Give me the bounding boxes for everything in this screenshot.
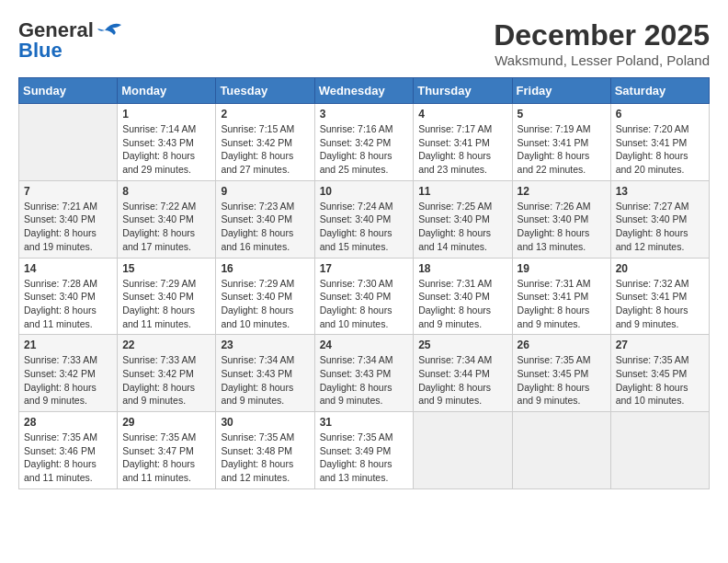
- day-info-line: Sunrise: 7:34 AM: [418, 354, 492, 365]
- day-info-line: Daylight: 8 hours: [24, 304, 97, 316]
- header-day-friday: Friday: [512, 78, 610, 104]
- calendar-table: SundayMondayTuesdayWednesdayThursdayFrid…: [18, 77, 710, 489]
- day-info: Sunrise: 7:33 AMSunset: 3:42 PMDaylight:…: [24, 353, 112, 408]
- day-info-line: Daylight: 8 hours: [122, 304, 195, 316]
- day-info-line: Sunset: 3:43 PM: [122, 137, 194, 148]
- day-info-line: Sunrise: 7:22 AM: [122, 201, 196, 212]
- day-info-line: Sunset: 3:40 PM: [221, 213, 292, 224]
- day-info-line: Daylight: 8 hours: [518, 150, 590, 161]
- day-info-line: Sunset: 3:41 PM: [518, 291, 589, 302]
- day-info: Sunrise: 7:22 AMSunset: 3:40 PMDaylight:…: [122, 200, 210, 254]
- day-number: 3: [320, 108, 409, 121]
- day-info-line: Daylight: 8 hours: [221, 382, 293, 393]
- header-day-sunday: Sunday: [19, 78, 118, 104]
- logo-bird-icon: [96, 21, 125, 40]
- day-info: Sunrise: 7:31 AMSunset: 3:40 PMDaylight:…: [418, 277, 506, 331]
- calendar-cell: 17Sunrise: 7:30 AMSunset: 3:40 PMDayligh…: [314, 258, 414, 335]
- day-info-line: and 25 minutes.: [320, 164, 389, 175]
- day-info-line: Daylight: 8 hours: [320, 382, 392, 393]
- calendar-cell: 7Sunrise: 7:21 AMSunset: 3:40 PMDaylight…: [19, 180, 118, 258]
- day-info-line: Sunset: 3:40 PM: [122, 213, 194, 224]
- day-info-line: Daylight: 8 hours: [418, 304, 491, 316]
- week-row-5: 28Sunrise: 7:35 AMSunset: 3:46 PMDayligh…: [19, 412, 710, 489]
- day-info-line: and 9 minutes.: [518, 395, 581, 406]
- day-info-line: Sunrise: 7:14 AM: [122, 123, 196, 134]
- day-info-line: and 15 minutes.: [320, 241, 389, 252]
- calendar-header: SundayMondayTuesdayWednesdayThursdayFrid…: [19, 78, 710, 104]
- day-info-line: Sunrise: 7:30 AM: [320, 278, 393, 289]
- day-info-line: Daylight: 8 hours: [24, 458, 97, 469]
- calendar-cell: 20Sunrise: 7:32 AMSunset: 3:41 PMDayligh…: [610, 258, 709, 335]
- calendar-cell: 23Sunrise: 7:34 AMSunset: 3:43 PMDayligh…: [216, 335, 314, 412]
- day-info-line: Daylight: 8 hours: [24, 382, 97, 393]
- day-info-line: Daylight: 8 hours: [122, 227, 195, 238]
- day-info-line: and 22 minutes.: [518, 164, 586, 175]
- day-info: Sunrise: 7:15 AMSunset: 3:42 PMDaylight:…: [221, 122, 309, 177]
- calendar-cell: 21Sunrise: 7:33 AMSunset: 3:42 PMDayligh…: [19, 335, 118, 412]
- day-info-line: Sunset: 3:40 PM: [320, 213, 392, 224]
- calendar-cell: 11Sunrise: 7:25 AMSunset: 3:40 PMDayligh…: [414, 180, 512, 258]
- day-info: Sunrise: 7:34 AMSunset: 3:44 PMDaylight:…: [418, 353, 506, 408]
- day-number: 19: [518, 262, 606, 275]
- day-info: Sunrise: 7:35 AMSunset: 3:46 PMDaylight:…: [24, 431, 112, 485]
- day-number: 10: [320, 185, 409, 198]
- day-info: Sunrise: 7:35 AMSunset: 3:47 PMDaylight:…: [122, 431, 210, 485]
- day-info-line: and 11 minutes.: [24, 472, 93, 483]
- day-info: Sunrise: 7:35 AMSunset: 3:48 PMDaylight:…: [221, 431, 309, 485]
- day-info-line: Sunrise: 7:17 AM: [418, 123, 492, 134]
- day-number: 24: [320, 339, 409, 351]
- day-info-line: and 9 minutes.: [221, 395, 284, 406]
- day-number: 31: [320, 416, 409, 429]
- calendar-cell: [414, 412, 512, 489]
- calendar-cell: 26Sunrise: 7:35 AMSunset: 3:45 PMDayligh…: [512, 335, 610, 412]
- day-info-line: Daylight: 8 hours: [616, 227, 688, 238]
- day-number: 7: [24, 185, 112, 198]
- day-info-line: and 14 minutes.: [418, 241, 487, 252]
- day-info-line: Sunrise: 7:19 AM: [518, 123, 591, 134]
- day-info: Sunrise: 7:29 AMSunset: 3:40 PMDaylight:…: [221, 277, 309, 331]
- day-info-line: Sunset: 3:48 PM: [221, 445, 292, 456]
- day-info-line: Daylight: 8 hours: [122, 150, 195, 161]
- day-info-line: and 27 minutes.: [221, 164, 290, 175]
- day-number: 6: [616, 108, 704, 121]
- day-info-line: Sunrise: 7:28 AM: [24, 278, 97, 289]
- day-info-line: Daylight: 8 hours: [518, 304, 590, 316]
- day-info-line: Sunset: 3:44 PM: [418, 368, 490, 379]
- day-info-line: Sunset: 3:40 PM: [122, 291, 194, 302]
- calendar-cell: 5Sunrise: 7:19 AMSunset: 3:41 PMDaylight…: [512, 104, 610, 181]
- day-number: 8: [122, 185, 210, 198]
- day-info-line: and 23 minutes.: [418, 164, 487, 175]
- day-info-line: Daylight: 8 hours: [221, 458, 293, 469]
- day-info: Sunrise: 7:29 AMSunset: 3:40 PMDaylight:…: [122, 277, 210, 331]
- day-info-line: Sunset: 3:49 PM: [320, 445, 392, 456]
- day-info-line: Sunrise: 7:27 AM: [616, 201, 689, 212]
- day-info-line: Sunset: 3:43 PM: [320, 368, 392, 379]
- day-info-line: Sunrise: 7:31 AM: [518, 278, 591, 289]
- day-info: Sunrise: 7:28 AMSunset: 3:40 PMDaylight:…: [24, 277, 112, 331]
- day-number: 11: [418, 185, 506, 198]
- day-number: 18: [418, 262, 506, 275]
- day-info-line: Sunrise: 7:21 AM: [24, 201, 97, 212]
- day-info-line: and 12 minutes.: [616, 241, 685, 252]
- day-info-line: Sunrise: 7:35 AM: [24, 431, 97, 442]
- day-info-line: Sunset: 3:40 PM: [616, 213, 688, 224]
- day-info-line: and 9 minutes.: [518, 318, 581, 329]
- day-info-line: Sunset: 3:40 PM: [24, 213, 96, 224]
- day-info-line: Sunrise: 7:16 AM: [320, 123, 393, 134]
- calendar-cell: 15Sunrise: 7:29 AMSunset: 3:40 PMDayligh…: [118, 258, 216, 335]
- day-info-line: Sunrise: 7:15 AM: [221, 123, 294, 134]
- day-info: Sunrise: 7:20 AMSunset: 3:41 PMDaylight:…: [616, 122, 704, 177]
- header-day-wednesday: Wednesday: [314, 78, 414, 104]
- day-number: 2: [221, 108, 309, 121]
- day-info-line: Sunrise: 7:32 AM: [616, 278, 689, 289]
- day-number: 26: [518, 339, 606, 351]
- calendar-cell: 1Sunrise: 7:14 AMSunset: 3:43 PMDaylight…: [118, 104, 216, 181]
- day-info-line: Sunrise: 7:35 AM: [122, 431, 196, 442]
- page-header: General Blue December 2025 Waksmund, Les…: [18, 18, 710, 68]
- day-info-line: Sunset: 3:42 PM: [24, 368, 96, 379]
- day-number: 4: [418, 108, 506, 121]
- day-info-line: and 17 minutes.: [122, 241, 191, 252]
- calendar-cell: 6Sunrise: 7:20 AMSunset: 3:41 PMDaylight…: [610, 104, 709, 181]
- day-info-line: Daylight: 8 hours: [518, 227, 590, 238]
- day-info-line: Daylight: 8 hours: [221, 304, 293, 316]
